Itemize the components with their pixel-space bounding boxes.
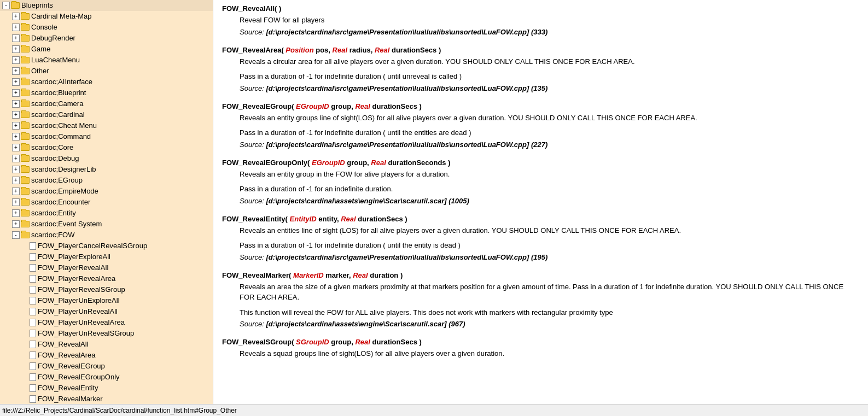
sidebar-item-label: LuaCheatMenu bbox=[31, 55, 80, 65]
expand-icon[interactable]: + bbox=[12, 133, 20, 140]
sidebar-item-scardoc-blueprint[interactable]: + scardoc;Blueprint bbox=[0, 87, 213, 98]
expand-icon[interactable]: + bbox=[12, 209, 20, 217]
sidebar-item-scardoc-aiinterface[interactable]: + scardoc;AIInterface bbox=[0, 77, 213, 87]
func-desc-2: Pass in a duration of -1 for indefinite … bbox=[240, 127, 859, 138]
sidebar-item-scardoc-cheat-menu[interactable]: + scardoc;Cheat Menu bbox=[0, 120, 213, 131]
sidebar-item-label: FOW_PlayerUnExploreAll bbox=[38, 296, 120, 306]
expand-icon[interactable]: + bbox=[12, 198, 20, 206]
sidebar-item-scardoc-debug[interactable]: + scardoc;Debug bbox=[0, 153, 213, 164]
func-entry-fow-revealegroup-only: FOW_RevealEGroupOnly( EGroupID group, Re… bbox=[222, 159, 859, 205]
func-name[interactable]: FOW_RevealEGroupOnly( EGroupID group, Re… bbox=[222, 159, 451, 167]
sidebar-item-scardoc-event-system[interactable]: + scardoc;Event System bbox=[0, 219, 213, 230]
sidebar-item-fow-playerunexploreall[interactable]: FOW_PlayerUnExploreAll bbox=[0, 295, 213, 306]
sidebar-item-scardoc-egroup[interactable]: + scardoc;EGroup bbox=[0, 175, 213, 186]
sidebar-item-fow-playerunrevealsgroup[interactable]: FOW_PlayerUnRevealSGroup bbox=[0, 328, 213, 339]
sidebar-item-scardoc-designerlib[interactable]: + scardoc;DesignerLib bbox=[0, 164, 213, 175]
sidebar-item-label: DebugRender bbox=[31, 33, 75, 43]
source-link[interactable]: [d:\projects\cardinal\src\game\Presentat… bbox=[266, 28, 547, 36]
func-entry-fow-revealmarker: FOW_RevealMarker( MarkerID marker, Real … bbox=[222, 271, 859, 329]
folder-icon bbox=[21, 210, 30, 216]
func-signature: FOW_RevealEntity( EntityID entity, Real … bbox=[222, 215, 859, 223]
func-name[interactable]: FOW_RevealMarker( MarkerID marker, Real … bbox=[222, 271, 403, 279]
sidebar-item-fow-revealarea[interactable]: FOW_RevealArea bbox=[0, 350, 213, 361]
sidebar-item-fow-playerunrevealarea[interactable]: FOW_PlayerUnRevealArea bbox=[0, 317, 213, 328]
func-name[interactable]: FOW_RevealEGroup( EGroupID group, Real d… bbox=[222, 102, 422, 110]
expand-icon[interactable]: + bbox=[12, 45, 20, 53]
expand-icon[interactable]: + bbox=[12, 177, 20, 184]
expand-icon[interactable]: + bbox=[12, 13, 20, 20]
sidebar-item-scardoc-fow[interactable]: - scardoc;FOW bbox=[0, 230, 213, 241]
sidebar-item-fow-revealmarker[interactable]: FOW_RevealMarker bbox=[0, 394, 213, 404]
sidebar-item-luacheatmenu[interactable]: + LuaCheatMenu bbox=[0, 55, 213, 66]
source-link[interactable]: [d:\projects\cardinal\src\game\Presentat… bbox=[266, 140, 547, 149]
file-icon bbox=[30, 351, 36, 359]
sidebar-item-fow-playercancelreveal[interactable]: FOW_PlayerCancelRevealSGroup bbox=[0, 241, 213, 251]
source-link[interactable]: [d:\projects\cardinal\src\game\Presentat… bbox=[266, 84, 547, 92]
sidebar-item-console[interactable]: + Console bbox=[0, 22, 213, 33]
func-signature: FOW_RevealArea( Position pos, Real radiu… bbox=[222, 46, 859, 54]
sidebar-item-debugrender[interactable]: + DebugRender bbox=[0, 33, 213, 44]
sidebar-item-game[interactable]: + Game bbox=[0, 44, 213, 55]
sidebar-item-label: scardoc;Encounter bbox=[31, 197, 90, 207]
sidebar-item-cardinal-meta-map[interactable]: + Cardinal Meta-Map bbox=[0, 11, 213, 22]
expand-icon[interactable]: + bbox=[12, 122, 20, 130]
sidebar-item-fow-playerrevealsgroup[interactable]: FOW_PlayerRevealSGroup bbox=[0, 284, 213, 295]
sidebar-item-fow-revealall[interactable]: FOW_RevealAll bbox=[0, 339, 213, 350]
sidebar-item-other[interactable]: + Other bbox=[0, 66, 213, 77]
sidebar-item-label: Cardinal Meta-Map bbox=[31, 11, 92, 21]
source-link[interactable]: [d:\projects\cardinal\src\game\Presentat… bbox=[266, 253, 547, 261]
expand-icon[interactable]: + bbox=[12, 89, 20, 97]
expand-icon[interactable]: + bbox=[12, 56, 20, 64]
func-name[interactable]: FOW_RevealSGroup( SGroupID group, Real d… bbox=[222, 338, 422, 346]
func-name[interactable]: FOW_RevealEntity( EntityID entity, Real … bbox=[222, 215, 407, 223]
sidebar-item-fow-playerrevealall[interactable]: FOW_PlayerRevealAll bbox=[0, 262, 213, 273]
sidebar-item-scardoc-core[interactable]: + scardoc;Core bbox=[0, 142, 213, 153]
folder-icon bbox=[21, 166, 30, 173]
expand-icon[interactable]: + bbox=[12, 100, 20, 108]
expand-icon[interactable]: + bbox=[12, 34, 20, 42]
sidebar-item-fow-playerexploreall[interactable]: FOW_PlayerExploreAll bbox=[0, 251, 213, 262]
source-link[interactable]: [d:\projects\cardinal\assets\engine\Scar… bbox=[266, 197, 469, 205]
func-source: Source: [d:\projects\cardinal\src\game\P… bbox=[240, 84, 859, 92]
status-bar: file:///Z:/Relic_Projects/Cardinal/ScarD… bbox=[0, 404, 868, 416]
sidebar-item-scardoc-entity[interactable]: + scardoc;Entity bbox=[0, 208, 213, 219]
sidebar-item-fow-revealegroup[interactable]: FOW_RevealEGroup bbox=[0, 361, 213, 372]
sidebar-item-fow-playerunrevealall[interactable]: FOW_PlayerUnRevealAll bbox=[0, 306, 213, 317]
folder-icon bbox=[21, 133, 30, 140]
sidebar-item-scardoc-cardinal[interactable]: + scardoc;Cardinal bbox=[0, 109, 213, 120]
sidebar-item-label: FOW_RevealMarker bbox=[38, 394, 102, 404]
sidebar-item-label: scardoc;Entity bbox=[31, 208, 76, 218]
expand-icon[interactable]: + bbox=[12, 155, 20, 162]
expand-icon[interactable]: - bbox=[2, 2, 10, 9]
sidebar-item-label: FOW_RevealEGroupOnly bbox=[38, 372, 120, 382]
sidebar-item-scardoc-encounter[interactable]: + scardoc;Encounter bbox=[0, 197, 213, 208]
func-name[interactable]: FOW_RevealArea( Position pos, Real radiu… bbox=[222, 46, 441, 54]
func-desc-2: Pass in a duration of -1 for an indefini… bbox=[240, 184, 859, 195]
sidebar-item-label: scardoc;Blueprint bbox=[31, 88, 86, 98]
source-link[interactable]: [d:\projects\cardinal\assets\engine\Scar… bbox=[266, 320, 465, 328]
func-entry-fow-revealegroup: FOW_RevealEGroup( EGroupID group, Real d… bbox=[222, 102, 859, 149]
expand-icon[interactable]: + bbox=[12, 78, 20, 86]
expand-icon[interactable]: + bbox=[12, 24, 20, 31]
sidebar-item-fow-revealegroup-only[interactable]: FOW_RevealEGroupOnly bbox=[0, 372, 213, 383]
expand-icon[interactable]: - bbox=[12, 231, 20, 239]
status-url: file:///Z:/Relic_Projects/Cardinal/ScarD… bbox=[2, 407, 237, 414]
expand-icon[interactable]: + bbox=[12, 220, 20, 228]
expand-icon[interactable]: + bbox=[12, 67, 20, 75]
expand-icon[interactable]: + bbox=[12, 111, 20, 119]
expand-icon[interactable]: + bbox=[12, 166, 20, 173]
func-name[interactable]: FOW_RevealAll( ) bbox=[222, 4, 281, 13]
sidebar-item-blueprints[interactable]: - Blueprints bbox=[0, 0, 213, 11]
sidebar-item-label: Game bbox=[31, 44, 50, 54]
sidebar-item-scardoc-empiremode[interactable]: + scardoc;EmpireMode bbox=[0, 186, 213, 197]
sidebar-item-fow-playerrevealarea[interactable]: FOW_PlayerRevealArea bbox=[0, 273, 213, 284]
expand-icon[interactable]: + bbox=[12, 144, 20, 151]
sidebar-item-fow-revealentity[interactable]: FOW_RevealEntity bbox=[0, 383, 213, 394]
folder-icon bbox=[21, 24, 30, 31]
expand-icon[interactable]: + bbox=[12, 188, 20, 195]
sidebar-item-scardoc-camera[interactable]: + scardoc;Camera bbox=[0, 98, 213, 109]
content-area: FOW_RevealAll( ) Reveal FOW for all play… bbox=[213, 0, 868, 404]
sidebar-item-scardoc-command[interactable]: + scardoc;Command bbox=[0, 131, 213, 142]
func-source: Source: [d:\projects\cardinal\assets\eng… bbox=[240, 320, 859, 328]
sidebar[interactable]: - Blueprints + Cardinal Meta-Map + Conso… bbox=[0, 0, 213, 404]
